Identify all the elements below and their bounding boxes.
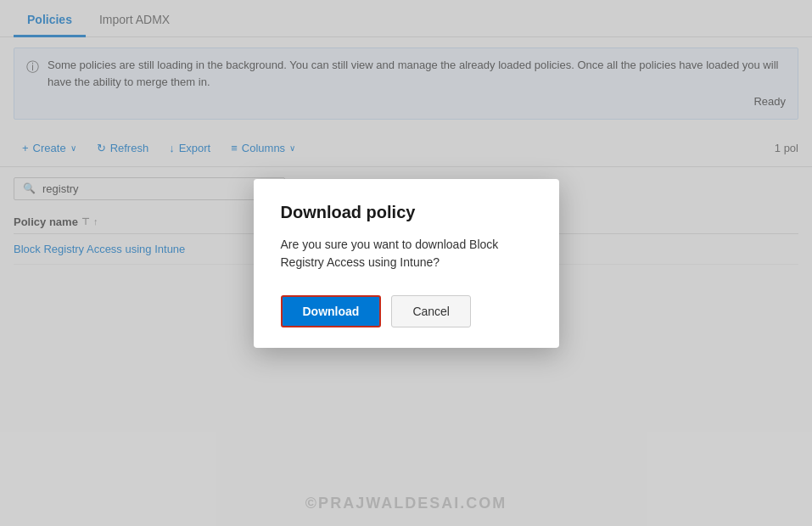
dialog-title: Download policy [281,203,532,222]
download-button[interactable]: Download [281,295,382,327]
download-policy-dialog: Download policy Are you sure you want to… [254,179,559,348]
cancel-button[interactable]: Cancel [391,295,471,327]
dialog-body: Are you sure you want to download Block … [281,236,532,271]
dialog-actions: Download Cancel [281,295,532,327]
main-content: Policies Import ADMX ⓘ Some policies are… [0,0,812,526]
modal-overlay: Download policy Are you sure you want to… [0,0,812,526]
